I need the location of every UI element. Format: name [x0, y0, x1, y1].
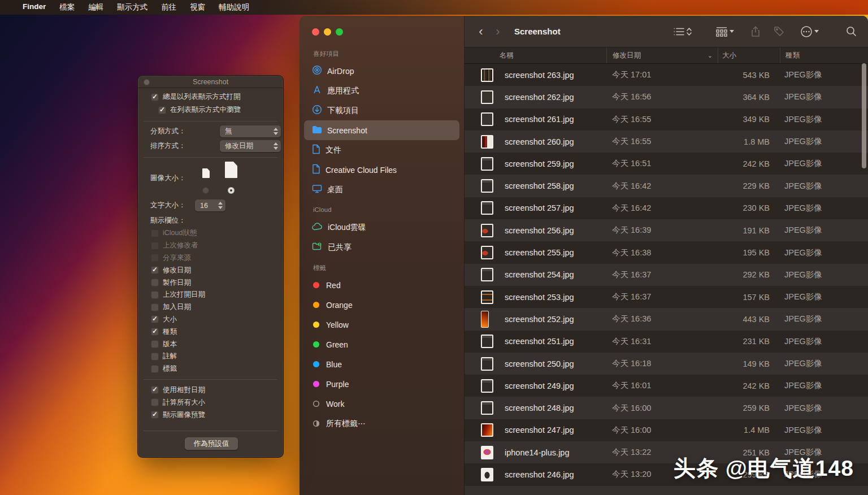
sidebar-tag-item[interactable]: Green [304, 335, 459, 354]
more-actions-button[interactable] [800, 25, 819, 38]
menu-item[interactable]: 前往 [154, 2, 183, 12]
menu-item[interactable]: 視窗 [183, 2, 212, 12]
large-icon-size-radio[interactable] [228, 187, 235, 194]
close-window-button[interactable] [312, 28, 319, 36]
sidebar-tag-item[interactable]: 所有標籤⋯ [304, 414, 459, 433]
column-header-kind[interactable]: 種類 [780, 47, 868, 63]
use-as-defaults-button[interactable]: 作為預設值 [185, 437, 238, 450]
sidebar-item[interactable]: 下載項目 [304, 101, 459, 120]
checkbox-row[interactable]: 上次修改者 [138, 240, 283, 252]
checkbox[interactable] [151, 254, 159, 262]
view-style-button[interactable] [674, 27, 692, 36]
checkbox-row[interactable]: 種類 [138, 325, 283, 338]
sidebar-item[interactable]: 應用程式 [304, 81, 459, 101]
browse-in-list-checkbox-row[interactable]: 在列表顯示方式中瀏覽 [158, 105, 241, 115]
small-icon-size-radio[interactable] [202, 187, 209, 194]
file-row[interactable]: screenshot 249.jpg 今天 16:01 242 KB JPEG影… [465, 375, 868, 397]
checkbox[interactable] [151, 279, 159, 286]
checkbox-row[interactable]: 標籤 [138, 363, 283, 375]
always-open-list-checkbox-row[interactable]: 總是以列表顯示方式打開 [151, 92, 241, 102]
zoom-window-button[interactable] [336, 28, 343, 36]
file-row[interactable]: screenshot 248.jpg 今天 16:00 259 KB JPEG影… [465, 397, 868, 419]
checkbox[interactable] [151, 398, 159, 406]
checkbox[interactable] [158, 106, 166, 114]
column-header-date[interactable]: 修改日期 ⌄ [606, 47, 718, 63]
sidebar-item[interactable]: AirDrop [304, 61, 459, 81]
sidebar-item[interactable]: 文件 [304, 140, 459, 160]
vertical-scrollbar[interactable] [862, 63, 866, 168]
checkbox-row[interactable]: 顯示圖像預覽 [138, 409, 283, 421]
search-button[interactable] [846, 26, 857, 37]
file-row[interactable]: screenshot 247.jpg 今天 16:00 1.4 MB JPEG影… [465, 419, 868, 441]
file-row[interactable]: screenshot 252.jpg 今天 16:36 443 KB JPEG影… [465, 308, 868, 330]
sidebar-item[interactable]: 桌面 [304, 180, 459, 199]
checkbox-row[interactable]: 計算所有大小 [138, 396, 283, 409]
menu-item[interactable]: Finder [16, 2, 53, 12]
back-button[interactable]: ‹ [472, 24, 489, 39]
checkbox-row[interactable]: 使用相對日期 [138, 384, 283, 396]
sidebar-tag-item[interactable]: Yellow [304, 315, 459, 335]
file-row[interactable]: screenshot 254.jpg 今天 16:37 292 KB JPEG影… [465, 264, 868, 286]
text-size-dropdown[interactable]: 16 [195, 199, 225, 211]
sidebar-tag-item[interactable]: Red [304, 275, 459, 295]
sidebar-item[interactable]: Creative Cloud Files [304, 160, 459, 180]
checkbox-row[interactable]: 分享來源 [138, 252, 283, 264]
checkbox-row[interactable]: iCloud狀態 [138, 227, 283, 240]
close-panel-button[interactable] [144, 79, 150, 85]
file-row[interactable]: screenshot 255.jpg 今天 16:38 195 KB JPEG影… [465, 241, 868, 263]
checkbox[interactable] [151, 411, 159, 419]
checkbox[interactable] [151, 328, 159, 336]
menu-item[interactable]: 輔助說明 [212, 2, 256, 12]
checkbox[interactable] [151, 315, 159, 323]
checkbox[interactable] [151, 93, 159, 101]
file-row[interactable]: screenshot 260.jpg 今天 16:55 1.8 MB JPEG影… [465, 131, 868, 153]
checkbox-row[interactable]: 上次打開日期 [138, 289, 283, 301]
file-thumbnail [481, 90, 493, 104]
file-row[interactable]: screenshot 256.jpg 今天 16:39 191 KB JPEG影… [465, 219, 868, 241]
checkbox[interactable] [151, 291, 159, 299]
checkbox-row[interactable]: 加入日期 [138, 301, 283, 314]
menu-item[interactable]: 顯示方式 [110, 2, 154, 12]
file-row[interactable]: screenshot 261.jpg 今天 16:55 349 KB JPEG影… [465, 108, 868, 131]
checkbox-row[interactable]: 版本 [138, 338, 283, 350]
checkbox-row[interactable]: 修改日期 [138, 264, 283, 276]
file-row[interactable]: screenshot 262.jpg 今天 16:56 364 KB JPEG影… [465, 86, 868, 108]
group-by-dropdown[interactable]: 無 [220, 125, 281, 137]
sidebar-tag-item[interactable]: Orange [304, 295, 459, 315]
sidebar-tag-item[interactable]: Work [304, 394, 459, 414]
share-button[interactable] [751, 26, 760, 37]
forward-button[interactable]: › [489, 24, 506, 39]
file-row[interactable]: screenshot 253.jpg 今天 16:37 157 KB JPEG影… [465, 286, 868, 308]
sidebar-tag-item[interactable]: Purple [304, 374, 459, 394]
sidebar-item[interactable]: Screenshot [304, 120, 459, 140]
checkbox[interactable] [151, 266, 159, 274]
checkbox[interactable] [151, 386, 159, 394]
checkbox[interactable] [151, 340, 159, 348]
sidebar-item[interactable]: 已共享 [304, 237, 459, 257]
group-by-button[interactable] [715, 27, 734, 37]
sidebar-item-label: iCloud雲碟 [328, 223, 366, 233]
sidebar-item[interactable]: iCloud雲碟 [304, 218, 459, 237]
file-row[interactable]: screenshot 259.jpg 今天 16:51 242 KB JPEG影… [465, 153, 868, 175]
tag-button[interactable] [774, 26, 784, 37]
minimize-window-button[interactable] [324, 28, 331, 36]
sidebar-tag-item[interactable]: Blue [304, 354, 459, 374]
checkbox[interactable] [151, 365, 159, 373]
checkbox[interactable] [151, 229, 159, 237]
file-row[interactable]: screenshot 251.jpg 今天 16:31 231 KB JPEG影… [465, 331, 868, 353]
file-row[interactable]: screenshot 250.jpg 今天 16:18 149 KB JPEG影… [465, 353, 868, 375]
checkbox-row[interactable]: 製作日期 [138, 276, 283, 289]
checkbox-row[interactable]: 註解 [138, 350, 283, 363]
checkbox[interactable] [151, 353, 159, 361]
checkbox[interactable] [151, 303, 159, 311]
menu-item[interactable]: 編輯 [81, 2, 110, 12]
file-row[interactable]: screenshot 257.jpg 今天 16:42 230 KB JPEG影… [465, 197, 868, 219]
column-header-name[interactable]: 名稱 [465, 51, 606, 60]
menu-item[interactable]: 檔案 [53, 2, 81, 12]
file-row[interactable]: screenshot 258.jpg 今天 16:42 229 KB JPEG影… [465, 175, 868, 197]
column-header-size[interactable]: 大小 [718, 47, 780, 63]
file-row[interactable]: screenshot 263.jpg 今天 17:01 543 KB JPEG影… [465, 64, 868, 86]
sort-by-dropdown[interactable]: 修改日期 [220, 140, 281, 152]
checkbox-row[interactable]: 大小 [138, 314, 283, 326]
checkbox[interactable] [151, 242, 159, 250]
